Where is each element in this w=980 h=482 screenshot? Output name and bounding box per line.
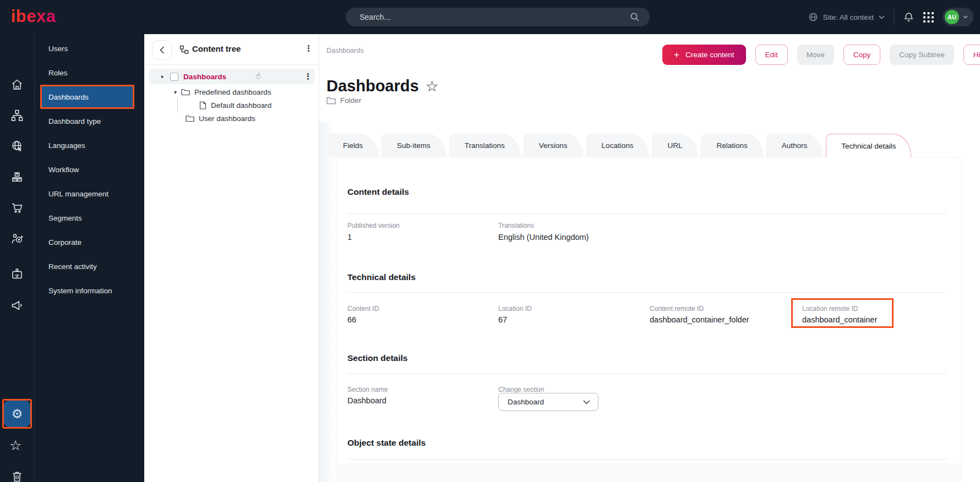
menu-item-dashboards[interactable]: Dashboards <box>40 85 134 109</box>
star-icon[interactable]: ☆ <box>9 439 21 452</box>
technical-details-panel: Content details Published version 1 Tran… <box>336 157 962 482</box>
caret-down-icon[interactable]: ▾ <box>161 74 164 80</box>
global-search[interactable] <box>346 8 650 26</box>
icon-rail: ⚙ ☆ <box>0 34 34 482</box>
tree-node-label[interactable]: Predefined dashboards <box>194 88 271 96</box>
field-value: English (United Kingdom) <box>498 233 589 242</box>
content-tree-header: Content tree ⋮ <box>144 34 319 65</box>
tab-translations[interactable]: Translations <box>449 134 520 157</box>
gear-icon[interactable]: ⚙ <box>4 401 30 427</box>
field-value: 66 <box>347 315 356 324</box>
copy-subtree-button[interactable]: Copy Subtree <box>890 45 954 65</box>
page-title: Dashboards ☆ <box>326 77 439 95</box>
audience-target-icon[interactable] <box>10 232 24 245</box>
topbar-divider <box>894 9 894 25</box>
tab-technical-details[interactable]: Technical details <box>826 134 911 157</box>
tree-node-predefined-dashboards[interactable]: ▾ Predefined dashboards <box>144 85 319 98</box>
content-tabs: Fields Sub-items Translations Versions L… <box>328 134 911 157</box>
technical-details-heading: Technical details <box>347 272 416 282</box>
menu-item-recent-activity[interactable]: Recent activity <box>35 254 144 278</box>
globe-icon <box>808 12 818 22</box>
field-label: Translations <box>498 222 534 229</box>
trash-icon[interactable] <box>10 470 24 482</box>
packages-icon[interactable] <box>10 171 24 184</box>
field-label: Published version <box>347 222 400 229</box>
field-value: dashboard_container <box>802 315 877 324</box>
search-input[interactable] <box>360 13 630 21</box>
user-menu[interactable]: AU <box>943 8 973 26</box>
field-label: Change section <box>498 386 544 393</box>
menu-item-segments[interactable]: Segments <box>35 206 144 230</box>
tab-versions[interactable]: Versions <box>524 134 583 157</box>
edit-button[interactable]: Edit <box>755 45 788 65</box>
tree-node-label[interactable]: Default dashboard <box>211 101 271 109</box>
chevron-down-icon <box>963 15 968 19</box>
settings-highlight-annotation: ⚙ <box>2 399 32 429</box>
copy-button[interactable]: Copy <box>843 45 881 65</box>
action-buttons: + Create content Edit Move Copy Copy Sub… <box>662 45 980 65</box>
divider <box>347 292 948 293</box>
breadcrumb[interactable]: Dashboards <box>326 47 363 54</box>
menu-item-users[interactable]: Users <box>35 36 144 61</box>
hide-button[interactable]: Hide <box>963 45 980 65</box>
menu-item-languages[interactable]: Languages <box>35 133 144 157</box>
tree-options-kebab-icon[interactable]: ⋮ <box>304 45 313 53</box>
menu-item-dashboard-type[interactable]: Dashboard type <box>35 109 144 133</box>
collapse-tree-button[interactable] <box>152 40 172 60</box>
content-details-heading: Content details <box>347 187 409 197</box>
notifications-bell-icon[interactable] <box>903 12 914 23</box>
tree-node-user-dashboards[interactable]: User dashboards <box>144 112 319 125</box>
tab-relations[interactable]: Relations <box>701 134 763 157</box>
home-icon[interactable] <box>10 78 24 91</box>
folder-icon <box>186 115 194 122</box>
field-value: Dashboard <box>347 396 386 405</box>
tab-locations[interactable]: Locations <box>586 134 649 157</box>
chevron-down-icon <box>879 15 885 19</box>
caret-down-icon[interactable]: ▾ <box>174 89 177 95</box>
topbar-right: Site: All context AU <box>808 0 973 34</box>
ibexa-logo[interactable]: ibexa <box>11 7 56 26</box>
content-type-label: Folder <box>326 96 361 105</box>
search-icon[interactable] <box>630 12 640 22</box>
field-label: Section name <box>347 386 388 393</box>
tab-sub-items[interactable]: Sub-items <box>382 134 446 157</box>
change-section-select[interactable]: Dashboard <box>498 393 598 411</box>
content-tree-panel: Content tree ⋮ ▾ Dashboards ⋮ ☝ ▾ Predef… <box>144 34 319 482</box>
folder-icon <box>326 97 336 105</box>
menu-item-roles[interactable]: Roles <box>35 61 144 85</box>
divider <box>347 459 948 459</box>
sitemap-icon[interactable] <box>10 109 24 122</box>
admin-menu: Users Roles Dashboards Dashboard type La… <box>34 34 144 482</box>
object-state-details-heading: Object state details <box>347 438 426 448</box>
bookmark-star-icon[interactable]: ☆ <box>426 79 439 94</box>
tree-node-default-dashboard[interactable]: Default dashboard <box>144 98 319 112</box>
topbar: ibexa Site: All context <box>0 0 980 34</box>
content-tree-icon <box>179 45 189 54</box>
tree-node-checkbox[interactable] <box>170 73 178 81</box>
menu-item-corporate[interactable]: Corporate <box>35 230 144 254</box>
megaphone-icon[interactable] <box>10 299 24 312</box>
tree-node-label[interactable]: Dashboards <box>183 73 226 81</box>
site-context-selector[interactable]: Site: All context <box>808 12 885 22</box>
globe-cursor-icon[interactable] <box>10 140 24 153</box>
cart-icon[interactable] <box>10 201 24 215</box>
object-state-header-row: Group name Current Object state Change O… <box>337 463 961 482</box>
node-options-kebab-icon[interactable]: ⋮ <box>304 73 312 81</box>
field-value: 1 <box>347 233 352 242</box>
tree-node-dashboards[interactable]: ▾ Dashboards ⋮ <box>149 69 315 84</box>
tree-node-label[interactable]: User dashboards <box>199 114 255 123</box>
chevron-down-icon <box>583 400 590 404</box>
app-grid-icon[interactable] <box>923 12 934 23</box>
plus-icon: + <box>674 50 679 61</box>
tab-url[interactable]: URL <box>652 134 698 157</box>
menu-item-system-information[interactable]: System information <box>35 278 144 303</box>
field-value: dashboard_container_folder <box>650 315 749 324</box>
field-label: Location ID <box>498 305 532 313</box>
tab-fields[interactable]: Fields <box>328 134 378 157</box>
menu-item-workflow[interactable]: Workflow <box>35 157 144 182</box>
tab-authors[interactable]: Authors <box>766 134 823 157</box>
badge-icon[interactable] <box>10 267 24 281</box>
move-button[interactable]: Move <box>797 45 834 65</box>
menu-item-url-management[interactable]: URL management <box>35 182 144 206</box>
create-content-button[interactable]: + Create content <box>662 45 746 65</box>
